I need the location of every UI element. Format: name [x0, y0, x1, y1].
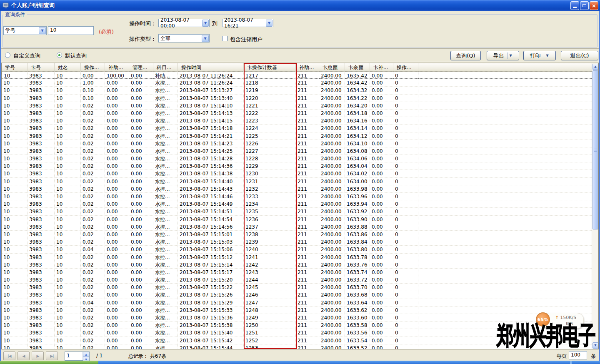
- cell[interactable]: 1243: [244, 269, 296, 276]
- cell[interactable]: 0.00: [105, 155, 129, 162]
- cell[interactable]: 0.00: [105, 208, 129, 215]
- cell[interactable]: 1246: [244, 291, 296, 298]
- cell[interactable]: 211: [296, 102, 319, 109]
- cell[interactable]: 0.00: [105, 216, 129, 223]
- cell[interactable]: 2013-08-07 15:15:22: [178, 284, 244, 291]
- cell[interactable]: 1633.94: [345, 200, 370, 207]
- cell[interactable]: 0.00: [129, 307, 153, 314]
- cell[interactable]: 10: [55, 284, 81, 291]
- cell[interactable]: 211: [296, 337, 319, 344]
- cell[interactable]: 3983: [28, 284, 55, 291]
- cell[interactable]: 10: [2, 337, 28, 344]
- cell[interactable]: 3983: [28, 147, 55, 155]
- cell[interactable]: 2400.00: [319, 72, 345, 79]
- cell[interactable]: 211: [296, 140, 319, 147]
- cell[interactable]: 0.00: [129, 87, 153, 94]
- cell[interactable]: 1218: [244, 79, 296, 86]
- cell[interactable]: 2013-08-07 15:14:23: [178, 140, 244, 147]
- cell[interactable]: 1633.86: [345, 231, 370, 238]
- cell[interactable]: 10: [2, 322, 28, 329]
- cell[interactable]: 1226: [244, 140, 296, 147]
- cell[interactable]: 10: [2, 223, 28, 230]
- cell[interactable]: 0.00: [105, 238, 129, 245]
- cell[interactable]: 3983: [28, 337, 55, 344]
- cell[interactable]: 10: [55, 216, 81, 223]
- table-row[interactable]: 103983100.020.000.00水控...2013-08-07 15:1…: [2, 216, 598, 223]
- cell[interactable]: 0.02: [81, 322, 105, 329]
- cell[interactable]: 211: [296, 284, 319, 291]
- first-page-button[interactable]: |◀: [3, 352, 15, 360]
- cell[interactable]: 0.00: [129, 132, 153, 140]
- cell[interactable]: 10: [55, 178, 81, 185]
- cell[interactable]: 0.00: [129, 185, 153, 192]
- cell[interactable]: 0.00: [105, 170, 129, 177]
- cell[interactable]: 10: [2, 102, 28, 109]
- column-header-1[interactable]: 学号: [2, 63, 28, 72]
- cell[interactable]: 0: [393, 72, 418, 79]
- print-button[interactable]: 打印 ▼: [523, 51, 556, 60]
- cell[interactable]: 水控...: [153, 110, 178, 117]
- type-selector[interactable]: 全部 ▼: [158, 34, 210, 42]
- cell[interactable]: 1634.10: [345, 140, 370, 147]
- cell[interactable]: 0.00: [129, 178, 153, 185]
- table-row[interactable]: 103983100.020.000.00水控...2013-08-07 15:1…: [2, 276, 598, 284]
- cell[interactable]: 10: [2, 261, 28, 268]
- cell[interactable]: 3983: [28, 246, 55, 253]
- cell[interactable]: 0.00: [129, 269, 153, 276]
- close-button[interactable]: ×: [590, 1, 598, 10]
- cell[interactable]: 0.00: [370, 307, 393, 314]
- cell[interactable]: 2013-08-07 15:15:26: [178, 291, 244, 298]
- cell[interactable]: 0.00: [370, 314, 393, 321]
- cell[interactable]: 2400.00: [319, 102, 345, 109]
- cell[interactable]: 0.00: [105, 284, 129, 291]
- cell[interactable]: 2013-08-07 15:15:01: [178, 231, 244, 238]
- cell[interactable]: 10: [55, 254, 81, 261]
- cell[interactable]: 1633.98: [345, 185, 370, 192]
- cell[interactable]: 10: [55, 162, 81, 170]
- cell[interactable]: 水控...: [153, 337, 178, 344]
- table-row[interactable]: 103983100.020.000.00水控...2013-08-07 15:1…: [2, 125, 598, 132]
- cell[interactable]: 0.02: [81, 254, 105, 261]
- cell[interactable]: 水控...: [153, 314, 178, 321]
- cell[interactable]: 2013-08-07 15:13:27: [178, 87, 244, 94]
- cell[interactable]: 1634.16: [345, 117, 370, 124]
- cell[interactable]: 0: [393, 238, 418, 245]
- cell[interactable]: 1633.72: [345, 276, 370, 283]
- cell[interactable]: 水控...: [153, 238, 178, 245]
- cell[interactable]: 211: [296, 185, 319, 192]
- cell[interactable]: 0.00: [370, 291, 393, 298]
- cell[interactable]: 10: [2, 170, 28, 177]
- cell[interactable]: 211: [296, 87, 319, 94]
- cell[interactable]: 2400.00: [319, 276, 345, 283]
- cell[interactable]: 0.02: [81, 147, 105, 155]
- table-row[interactable]: 103983100.020.000.00水控...2013-08-07 15:1…: [2, 261, 598, 269]
- cell[interactable]: 0: [393, 344, 418, 349]
- cell[interactable]: 0.02: [81, 238, 105, 245]
- cell[interactable]: 0.02: [81, 223, 105, 230]
- cell[interactable]: 0.00: [370, 337, 393, 344]
- cell[interactable]: 0.00: [129, 216, 153, 223]
- cell[interactable]: 0: [393, 140, 418, 147]
- cell[interactable]: 1633.52: [345, 344, 370, 349]
- cell[interactable]: 0: [393, 276, 418, 283]
- cell[interactable]: 1633.56: [345, 329, 370, 336]
- table-row[interactable]: 103983100.020.000.00水控...2013-08-07 15:1…: [2, 102, 598, 110]
- cell[interactable]: 2013-08-07 15:14:51: [178, 208, 244, 215]
- table-row[interactable]: 103983100.020.000.00水控...2013-08-07 15:1…: [2, 170, 598, 177]
- cell[interactable]: 1233: [244, 193, 296, 200]
- cell[interactable]: 水控...: [153, 307, 178, 314]
- cell[interactable]: 水控...: [153, 170, 178, 177]
- cell[interactable]: 1634.18: [345, 110, 370, 117]
- cell[interactable]: 0.00: [105, 125, 129, 132]
- table-row[interactable]: 103983100.020.000.00水控...2013-08-07 15:1…: [2, 193, 598, 200]
- cell[interactable]: 0.00: [129, 72, 153, 79]
- cell[interactable]: 2400.00: [319, 223, 345, 230]
- cell[interactable]: 10: [55, 231, 81, 238]
- cell[interactable]: 1633.54: [345, 337, 370, 344]
- cell[interactable]: 2400.00: [319, 140, 345, 147]
- cell[interactable]: 2400.00: [319, 155, 345, 162]
- cell[interactable]: 0.02: [81, 117, 105, 124]
- cell[interactable]: 2400.00: [319, 322, 345, 329]
- cell[interactable]: 0.02: [81, 110, 105, 117]
- cell[interactable]: 0.00: [129, 147, 153, 155]
